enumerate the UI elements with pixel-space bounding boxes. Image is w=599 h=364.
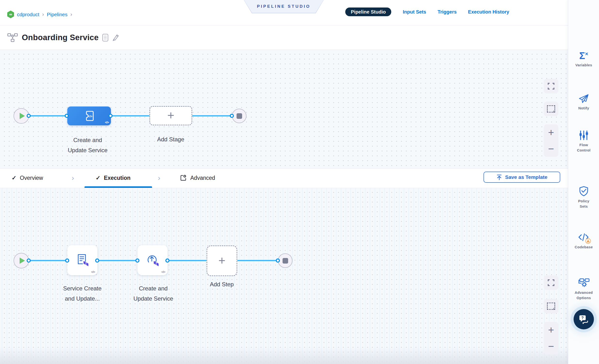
help-chat-button[interactable]: ? xyxy=(573,309,594,329)
description-doc-icon[interactable] xyxy=(102,34,108,41)
node-port[interactable] xyxy=(27,259,31,263)
add-step-label: Add Step xyxy=(198,279,246,289)
fullscreen-icon xyxy=(547,279,555,286)
play-icon xyxy=(20,258,25,264)
fullscreen-icon xyxy=(547,82,555,90)
sidebar-item-variables[interactable]: Σ × Variables xyxy=(568,51,599,68)
svg-text:</>: </> xyxy=(88,114,92,118)
page-title: Onboarding Service xyxy=(22,33,98,42)
sidebar-item-policy-sets[interactable]: Policy Sets xyxy=(568,186,599,209)
question-glyph: ? xyxy=(581,316,584,320)
stop-icon xyxy=(237,113,242,119)
connector-wire xyxy=(168,260,207,261)
connector-wire xyxy=(30,260,66,261)
zoom-out-button[interactable]: − xyxy=(544,141,558,157)
node-port[interactable] xyxy=(276,259,280,263)
policy-shield-icon xyxy=(579,186,589,197)
node-port[interactable] xyxy=(95,259,99,263)
node-port[interactable] xyxy=(165,259,169,263)
breadcrumb-separator: › xyxy=(70,11,72,18)
tab-chevron-icon: › xyxy=(72,169,74,187)
sidebar-item-codebase[interactable]: Codebase xyxy=(568,233,599,250)
advanced-gear-icon xyxy=(180,174,187,182)
stage-label: Create and Update Service xyxy=(51,135,124,155)
top-header: ∞ cdproduct › Pipelines › PIPELINE STUDI… xyxy=(0,0,568,26)
stop-icon xyxy=(282,258,288,264)
add-step-button[interactable]: + xyxy=(207,245,237,276)
add-stage-label: Add Stage xyxy=(147,134,195,145)
pipeline-studio-badge-text: PIPELINE STUDIO xyxy=(257,4,310,9)
end-node[interactable] xyxy=(278,253,292,268)
connector-wire xyxy=(111,115,150,116)
zoom-controls: + − xyxy=(544,124,558,157)
upload-icon xyxy=(496,174,502,180)
codebase-warning-badge-icon xyxy=(585,238,591,244)
stage-tab-bar: ✓ Overview › ✓ Execution › Advanced xyxy=(0,168,568,188)
check-icon: ✓ xyxy=(12,174,17,181)
multi-select-button[interactable] xyxy=(544,299,558,313)
execution-canvas[interactable]: </> </> + Service Create and Update... xyxy=(0,188,568,364)
step-label: Create and Update Service xyxy=(117,283,190,304)
custom-stage-icon: </> xyxy=(83,110,95,122)
code-badge: </> xyxy=(91,270,95,274)
tab-overview[interactable]: ✓ Overview xyxy=(12,169,43,187)
tab-execution[interactable]: ✓ Execution xyxy=(96,169,131,187)
sidebar-item-notify[interactable]: Notify xyxy=(568,94,599,111)
node-port[interactable] xyxy=(108,114,113,118)
variables-sigma-icon: Σ × xyxy=(579,51,588,61)
connector-wire xyxy=(30,115,66,116)
breadcrumb-separator: › xyxy=(42,11,44,18)
node-port[interactable] xyxy=(135,259,140,263)
node-port[interactable] xyxy=(27,114,31,118)
play-icon xyxy=(20,113,25,119)
tab-chevron-icon: › xyxy=(158,169,160,187)
plus-icon: + xyxy=(167,109,174,121)
tab-input-sets[interactable]: Input Sets xyxy=(403,9,426,15)
node-port[interactable] xyxy=(65,114,69,118)
pipeline-studio-page: ∞ cdproduct › Pipelines › PIPELINE STUDI… xyxy=(0,0,599,364)
title-bar: Onboarding Service VISUAL YAML Save Disc… xyxy=(0,26,568,50)
fullscreen-button[interactable] xyxy=(544,275,558,290)
tab-pipeline-studio[interactable]: Pipeline Studio xyxy=(345,8,391,16)
step-node-service-create-and-update[interactable]: </> xyxy=(67,245,97,275)
fullscreen-button[interactable] xyxy=(544,79,558,93)
save-as-template-button[interactable]: Save as Template xyxy=(484,172,560,183)
active-tab-underline xyxy=(85,186,152,188)
zoom-controls: + − xyxy=(544,322,558,354)
step-node-create-and-update-service[interactable]: </> xyxy=(138,245,167,275)
node-port[interactable] xyxy=(230,114,234,118)
connector-wire xyxy=(192,115,231,116)
rollout-step-icon xyxy=(145,253,160,267)
breadcrumb-project-link[interactable]: cdproduct xyxy=(17,12,39,17)
sidebar-item-advanced-options[interactable]: Advanced Options xyxy=(568,278,599,301)
codebase-code-icon xyxy=(578,233,590,243)
connector-wire xyxy=(98,260,137,261)
zoom-in-button[interactable]: + xyxy=(544,124,558,141)
code-badge: </> xyxy=(161,270,165,274)
tab-advanced[interactable]: Advanced xyxy=(180,169,215,187)
save-as-template-label: Save as Template xyxy=(505,174,547,180)
top-nav: Pipeline Studio Input Sets Triggers Exec… xyxy=(345,8,509,16)
edit-pencil-icon[interactable] xyxy=(112,34,119,41)
tab-execution-history[interactable]: Execution History xyxy=(468,9,509,15)
pipeline-graph-icon xyxy=(7,33,18,42)
pipeline-studio-badge: PIPELINE STUDIO xyxy=(244,0,324,13)
plus-icon: + xyxy=(218,254,225,267)
end-node[interactable] xyxy=(232,109,247,123)
zoom-out-button[interactable]: − xyxy=(544,338,558,354)
node-port[interactable] xyxy=(65,259,69,263)
stage-canvas[interactable]: </> </> + Create and Update Service Add … xyxy=(0,50,568,168)
terraform-manifest-step-icon xyxy=(75,253,90,267)
stage-node-create-and-update-service[interactable]: </> </> xyxy=(67,106,111,125)
multi-select-button[interactable] xyxy=(544,102,558,116)
code-badge: </> xyxy=(105,121,109,124)
breadcrumb: ∞ cdproduct › Pipelines › xyxy=(7,0,72,26)
tab-triggers[interactable]: Triggers xyxy=(438,9,457,15)
zoom-in-button[interactable]: + xyxy=(544,322,558,338)
chat-question-icon: ? xyxy=(578,314,589,324)
add-stage-button[interactable]: + xyxy=(150,106,192,125)
breadcrumb-pipelines-link[interactable]: Pipelines xyxy=(47,12,68,17)
selection-icon xyxy=(547,105,555,113)
sidebar-item-flow-control[interactable]: Flow Control xyxy=(568,130,599,153)
step-label: Service Create and Update... xyxy=(46,283,119,304)
